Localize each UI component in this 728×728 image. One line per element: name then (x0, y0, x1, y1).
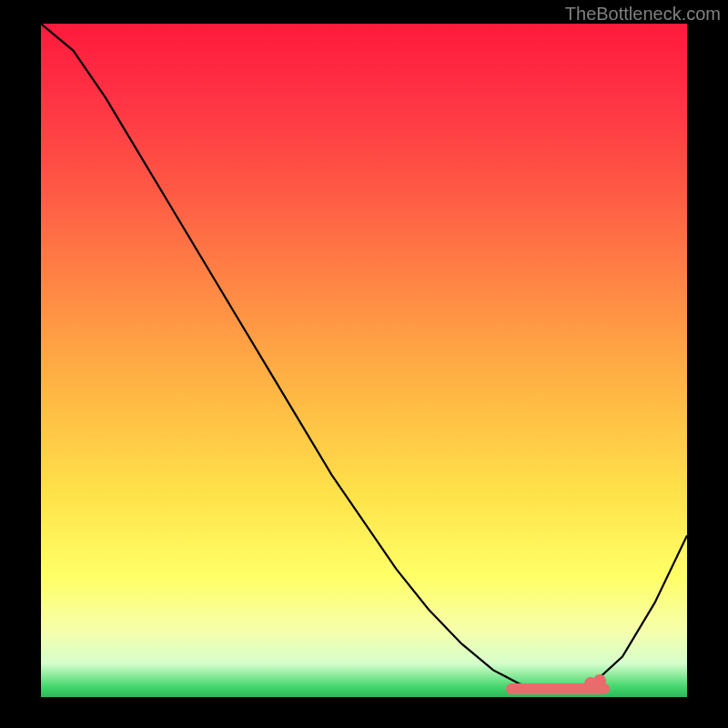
highlight-marker (593, 674, 606, 687)
chart-page: TheBottleneck.com (0, 0, 728, 728)
watermark-text: TheBottleneck.com (565, 4, 721, 25)
plot-area (41, 24, 687, 697)
plot-inner (41, 24, 687, 697)
line-curve (41, 24, 687, 697)
